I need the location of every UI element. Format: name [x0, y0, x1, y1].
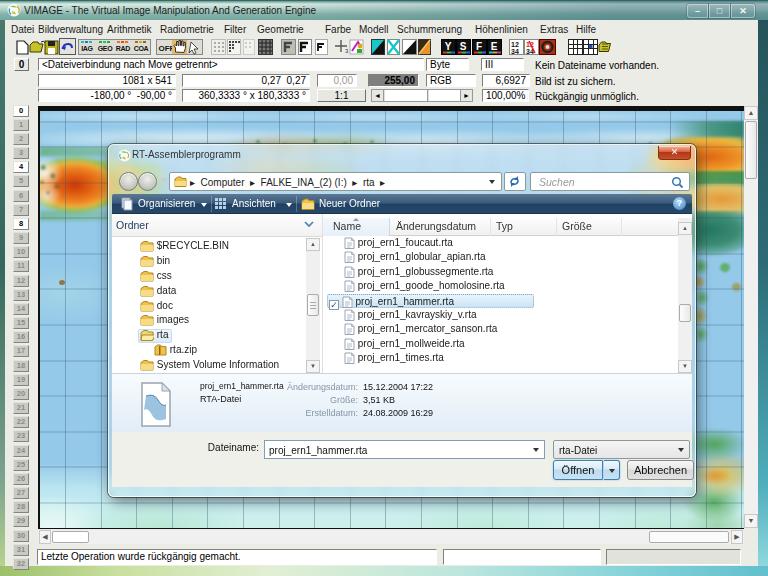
svg-text:34: 34 [511, 48, 519, 55]
svg-text:IAG: IAG [81, 45, 93, 52]
svg-text:Y: Y [445, 41, 452, 52]
svg-text:E: E [491, 41, 498, 52]
svg-text:3: 3 [345, 48, 349, 54]
svg-text:F: F [476, 41, 482, 52]
svg-text:RAD: RAD [116, 45, 131, 52]
svg-text:12: 12 [511, 41, 519, 48]
svg-text:COA: COA [134, 45, 149, 52]
svg-text:S: S [460, 41, 467, 52]
svg-text:GEO: GEO [98, 45, 114, 52]
